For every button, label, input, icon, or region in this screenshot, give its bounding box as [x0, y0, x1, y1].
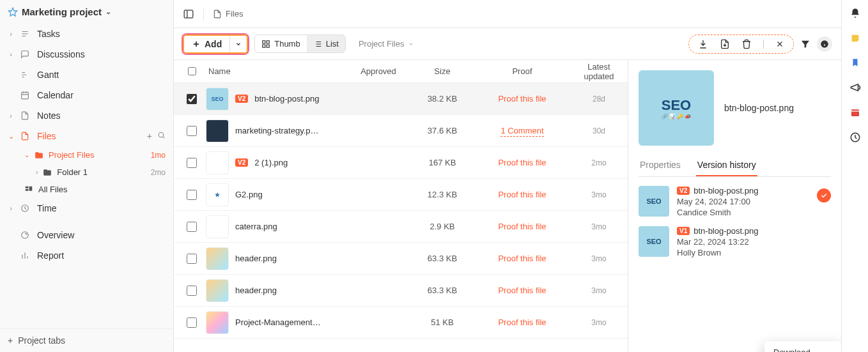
table-row[interactable]: ★G2.png12.3 KBProof this file3mo	[174, 179, 628, 211]
sidebar-item-gantt[interactable]: Gantt	[0, 65, 173, 85]
plus-icon: +	[8, 335, 13, 346]
tree-item-project-files[interactable]: ⌄ Project Files 1mo	[0, 146, 173, 164]
approved-badge	[817, 188, 831, 203]
version-item[interactable]: SEOV2btn-blog-post.pngMay 24, 2024 17:00…	[639, 186, 831, 217]
row-checkbox[interactable]	[187, 126, 197, 136]
version-user: Holly Brown	[677, 248, 831, 257]
preview-thumbnail[interactable]: SEO 🔗 📊 🔑 📣	[639, 70, 714, 146]
version-item[interactable]: SEOV1btn-blog-post.pngMar 22, 2024 13:22…	[639, 226, 831, 257]
sidebar-item-label: Gantt	[37, 70, 59, 80]
chevron-right-icon: ›	[8, 112, 14, 119]
sidebar-item-calendar[interactable]: Calendar	[0, 85, 173, 105]
project-tabs-button[interactable]: + Project tabs	[0, 328, 173, 352]
row-checkbox[interactable]	[187, 190, 197, 200]
updated-cell: 28d	[570, 95, 628, 103]
size-cell: 51 KB	[410, 318, 474, 327]
size-cell: 12.3 KB	[410, 190, 474, 199]
project-title: Marketing project	[22, 6, 102, 17]
sidebar-item-files[interactable]: ⌄ Files +	[0, 126, 173, 146]
sidebar-item-time[interactable]: › Time	[0, 198, 173, 218]
notifications-icon[interactable]	[849, 8, 861, 19]
file-thumbnail	[206, 247, 229, 270]
version-badge: V2	[235, 158, 248, 167]
add-icon[interactable]: +	[147, 131, 152, 141]
table-row[interactable]: SEOV2btn-blog-post.png38.2 KBProof this …	[174, 83, 628, 115]
tab-version-history[interactable]: Version history	[696, 155, 757, 176]
notes-icon	[20, 111, 31, 120]
sidebar-item-label: Notes	[37, 111, 61, 121]
proof-link[interactable]: Proof this file	[498, 286, 546, 295]
svg-rect-8	[184, 10, 193, 18]
table-row[interactable]: Project-Management…51 KBProof this file3…	[174, 307, 628, 339]
file-name: header.png	[235, 254, 277, 263]
row-checkbox[interactable]	[187, 222, 197, 232]
column-updated[interactable]: Latest updated	[570, 62, 628, 81]
sidebar-toggle-icon[interactable]	[183, 8, 194, 20]
column-proof[interactable]: Proof	[474, 66, 570, 76]
info-button[interactable]	[817, 36, 832, 52]
divider	[763, 40, 764, 49]
megaphone-icon[interactable]	[849, 82, 861, 93]
move-icon[interactable]	[720, 39, 730, 49]
proof-link[interactable]: Proof this file	[498, 254, 546, 263]
schedule-icon[interactable]	[850, 107, 860, 118]
updated-cell: 3mo	[570, 254, 628, 263]
download-icon[interactable]	[698, 39, 708, 49]
proof-link[interactable]: Proof this file	[498, 222, 546, 231]
proof-link[interactable]: Proof this file	[498, 318, 546, 327]
chevron-down-icon: ⌄	[24, 151, 29, 158]
version-date: May 24, 2024 17:00	[677, 197, 809, 206]
table-row[interactable]: header.png63.3 KBProof this file3mo	[174, 243, 628, 275]
row-checkbox[interactable]	[187, 318, 197, 328]
clock-icon[interactable]	[849, 132, 861, 143]
table-row[interactable]: marketing-strategy.p…37.6 KB1 Comment30d	[174, 115, 628, 147]
proof-link[interactable]: 1 Comment	[500, 126, 543, 137]
star-icon	[8, 7, 18, 17]
table-row[interactable]: caterra.png2.9 KBProof this file3mo	[174, 211, 628, 243]
proof-link[interactable]: Proof this file	[498, 190, 546, 199]
sidebar-item-report[interactable]: Report	[0, 245, 173, 266]
close-icon[interactable]	[775, 40, 784, 49]
row-checkbox[interactable]	[187, 286, 197, 296]
row-checkbox[interactable]	[187, 158, 197, 168]
sidebar-item-notes[interactable]: › Notes	[0, 105, 173, 126]
view-list-button[interactable]: List	[307, 35, 345, 52]
select-all-checkbox[interactable]	[188, 67, 196, 75]
chevron-down-icon: ⌄	[8, 132, 14, 141]
ctx-download[interactable]: Download	[764, 341, 841, 352]
bookmark-icon[interactable]	[851, 57, 860, 68]
add-dropdown[interactable]	[229, 36, 247, 52]
table-row[interactable]: V22 (1).png167 KBProof this file2mo	[174, 147, 628, 179]
tab-properties[interactable]: Properties	[639, 155, 682, 176]
tree-item-all-files[interactable]: All Files	[0, 181, 173, 198]
sidebar-item-tasks[interactable]: › Tasks	[0, 24, 173, 44]
breadcrumb-label: Files	[226, 9, 243, 19]
view-thumb-button[interactable]: Thumb	[255, 35, 306, 52]
add-button[interactable]: Add	[184, 36, 229, 52]
note-icon[interactable]	[850, 33, 860, 43]
row-checkbox[interactable]	[187, 94, 197, 104]
trash-icon[interactable]	[741, 39, 752, 49]
breadcrumb[interactable]: Files	[213, 9, 243, 19]
file-thumbnail	[206, 151, 229, 174]
sidebar-item-label: Tasks	[37, 29, 60, 39]
search-icon[interactable]	[157, 131, 166, 139]
tree-item-label: Folder 1	[57, 167, 88, 177]
filter-icon[interactable]	[800, 39, 810, 49]
project-selector[interactable]: Marketing project ⌄	[0, 0, 173, 24]
updated-cell: 30d	[570, 126, 628, 135]
sidebar-item-overview[interactable]: Overview	[0, 225, 173, 245]
proof-link[interactable]: Proof this file	[498, 158, 546, 167]
sidebar-item-discussions[interactable]: › Discussions	[0, 44, 173, 65]
file-thumbnail: SEO	[206, 88, 229, 111]
proof-link[interactable]: Proof this file	[498, 94, 546, 103]
column-size[interactable]: Size	[410, 66, 474, 76]
row-checkbox[interactable]	[187, 254, 197, 264]
column-name[interactable]: Name	[206, 66, 346, 76]
tree-item-folder1[interactable]: › Folder 1 2mo	[0, 164, 173, 181]
folder-select[interactable]: Project Files	[352, 35, 421, 52]
table-row[interactable]: header.png63.3 KBProof this file3mo	[174, 275, 628, 307]
folder-icon	[43, 168, 52, 177]
size-cell: 63.3 KB	[410, 286, 474, 295]
column-approved[interactable]: Approved	[346, 66, 410, 76]
